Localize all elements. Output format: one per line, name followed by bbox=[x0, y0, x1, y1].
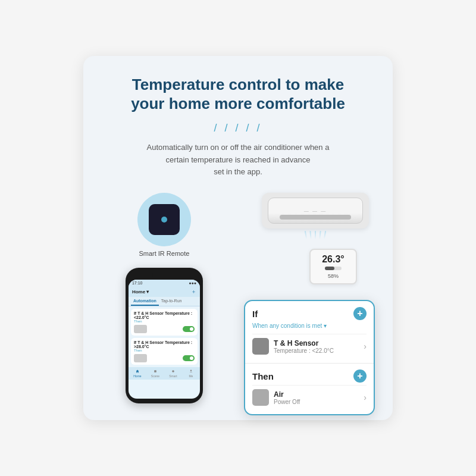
if-condition[interactable]: When any condition is met ▾ bbox=[252, 322, 367, 329]
then-device-row[interactable]: Air Power Off › bbox=[252, 385, 367, 409]
phone-status-bar: 17:10 ●●● bbox=[129, 280, 200, 286]
phone-me-icon[interactable]: Me bbox=[187, 369, 195, 378]
phone-outer: 17:10 ●●● Home ▾ ＋ Automation bbox=[126, 268, 203, 403]
automation1-device-row bbox=[134, 325, 195, 333]
automation2-toggle[interactable] bbox=[183, 355, 195, 361]
then-section-title: Then bbox=[252, 371, 274, 381]
phone-tab-automation[interactable]: Automation bbox=[131, 297, 159, 306]
phone-smart-icon[interactable]: Smart bbox=[169, 369, 177, 378]
air-line-2 bbox=[309, 231, 311, 239]
outer-container: Temperature control to make your home mo… bbox=[0, 0, 476, 476]
phone-notch bbox=[152, 273, 176, 277]
phone-home-icon[interactable]: Home bbox=[133, 369, 142, 378]
if-device-row[interactable]: T & H Sensor Temperature : <22.0°C › bbox=[252, 334, 367, 358]
phone-bottom-bar: Home Scene Smart bbox=[129, 367, 200, 380]
ac-body: — — — bbox=[268, 198, 363, 224]
svg-rect-5 bbox=[325, 267, 334, 270]
ir-remote-wrap: Smart IR Remote bbox=[137, 193, 191, 257]
phone-screen: 17:10 ●●● Home ▾ ＋ Automation bbox=[129, 280, 200, 399]
temp-sensor: 26.3° 58% bbox=[309, 249, 357, 284]
if-section-title: If bbox=[252, 309, 258, 319]
app-card-container: If + When any condition is met ▾ T & H S… bbox=[244, 300, 375, 415]
automation2-device-row bbox=[134, 354, 195, 362]
humidity-value: 58% bbox=[328, 273, 339, 279]
phone-automation-row-1[interactable]: If T & H Sensor Temperature : <22.0°C Th… bbox=[131, 309, 198, 336]
then-section-header: Then + bbox=[252, 369, 367, 383]
main-content: Smart IR Remote 17:10 ●●● bbox=[107, 193, 369, 403]
if-device-name: T & H Sensor bbox=[274, 339, 334, 347]
phone-signal: ●●● bbox=[189, 281, 196, 285]
then-section: Then + Air Power Off bbox=[245, 363, 374, 414]
automation1-toggle[interactable] bbox=[183, 326, 195, 332]
svg-point-2 bbox=[172, 370, 174, 372]
temp-reading: 26.3° bbox=[322, 254, 345, 265]
phone-wrap: 17:10 ●●● Home ▾ ＋ Automation bbox=[126, 268, 203, 403]
automation1-title: If T & H Sensor Temperature : <22.0°C bbox=[134, 311, 195, 320]
humidity-reading bbox=[325, 265, 342, 273]
ir-dot bbox=[161, 217, 167, 223]
ac-vent bbox=[280, 215, 351, 220]
if-device-detail: Temperature : <22.0°C bbox=[274, 347, 334, 354]
svg-rect-1 bbox=[154, 370, 156, 372]
ac-air-lines bbox=[262, 231, 369, 239]
then-device-name: Air bbox=[274, 390, 300, 399]
if-device-text: T & H Sensor Temperature : <22.0°C bbox=[274, 339, 334, 354]
left-col: Smart IR Remote 17:10 ●●● bbox=[107, 193, 221, 403]
then-device-info: Air Power Off bbox=[252, 389, 300, 406]
phone-header: Home ▾ ＋ bbox=[129, 286, 200, 297]
ac-model: — — — bbox=[304, 208, 327, 214]
phone-tab-tap[interactable]: Tap-to-Run bbox=[159, 297, 184, 306]
automation1-device-icon bbox=[134, 325, 147, 333]
svg-point-3 bbox=[190, 370, 192, 371]
svg-marker-0 bbox=[136, 370, 139, 373]
automation2-title: If T & H Sensor Temperature : >28.0°C bbox=[134, 340, 195, 349]
then-device-icon bbox=[252, 389, 269, 406]
phone-time: 17:10 bbox=[132, 281, 143, 285]
air-line-5 bbox=[324, 231, 326, 239]
phone-add-icon[interactable]: ＋ bbox=[191, 288, 196, 296]
then-chevron-icon: › bbox=[364, 393, 367, 402]
app-card: If + When any condition is met ▾ T & H S… bbox=[244, 300, 375, 415]
air-line-4 bbox=[319, 231, 321, 239]
automation1-sub: Then bbox=[134, 320, 195, 323]
if-plus-button[interactable]: + bbox=[353, 307, 367, 320]
phone-home-label: Home ▾ bbox=[132, 289, 149, 295]
ir-box bbox=[149, 204, 180, 235]
right-col: — — — 26.3° bbox=[232, 193, 369, 284]
then-device-detail: Power Off bbox=[274, 399, 300, 405]
if-chevron-icon: › bbox=[364, 342, 367, 351]
automation2-device-icon bbox=[134, 354, 147, 362]
automation2-sub: Then bbox=[134, 349, 195, 352]
phone-tabs: Automation Tap-to-Run bbox=[129, 297, 200, 306]
ac-unit: — — — bbox=[262, 193, 369, 228]
then-device-text: Air Power Off bbox=[274, 390, 300, 405]
headline-line1: Temperature control to make bbox=[132, 76, 344, 93]
if-section-header: If + bbox=[252, 307, 367, 320]
divider-waves: / / / / / bbox=[107, 122, 369, 134]
if-device-info: T & H Sensor Temperature : <22.0°C bbox=[252, 338, 334, 355]
air-line-1 bbox=[305, 231, 307, 239]
subtitle: Automatically turn on or off the air con… bbox=[107, 142, 369, 178]
ir-remote-label: Smart IR Remote bbox=[139, 250, 189, 257]
headline: Temperature control to make your home mo… bbox=[107, 75, 369, 114]
then-plus-button[interactable]: + bbox=[353, 369, 367, 383]
ir-circle bbox=[137, 193, 191, 246]
air-line-3 bbox=[315, 231, 316, 239]
phone-scene-icon[interactable]: Scene bbox=[151, 369, 159, 378]
if-section: If + When any condition is met ▾ T & H S… bbox=[245, 301, 374, 363]
phone-automation-row-2[interactable]: If T & H Sensor Temperature : >28.0°C Th… bbox=[131, 338, 198, 365]
if-device-icon bbox=[252, 338, 269, 355]
main-card: Temperature control to make your home mo… bbox=[83, 56, 393, 420]
headline-line2: your home more comfortable bbox=[131, 95, 345, 112]
